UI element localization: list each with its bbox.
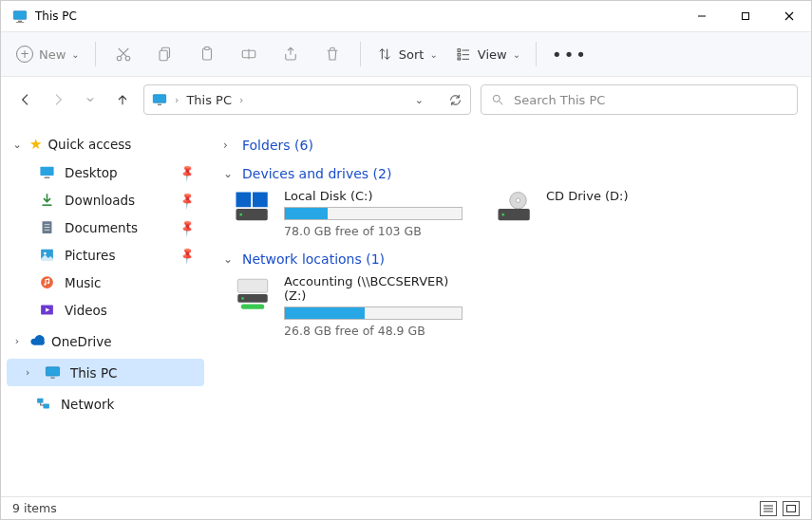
- sidebar-item-onedrive[interactable]: › OneDrive: [7, 327, 204, 355]
- address-bar-row: › This PC › ⌄ Search This PC: [1, 77, 811, 122]
- sort-button[interactable]: Sort ⌄: [370, 38, 444, 70]
- sidebar-item-documents[interactable]: Documents 📌: [7, 214, 204, 241]
- chevron-right-icon: ›: [223, 139, 236, 152]
- drive-item-z[interactable]: Accounting (\\BCCSERVER) (Z:) 26.8 GB fr…: [233, 274, 470, 338]
- chevron-right-icon[interactable]: ›: [175, 94, 179, 106]
- rename-button[interactable]: [231, 38, 267, 70]
- section-folders[interactable]: › Folders (6): [223, 132, 798, 160]
- breadcrumb[interactable]: This PC: [186, 93, 232, 107]
- sidebar-item-pictures[interactable]: Pictures 📌: [7, 241, 204, 269]
- copy-button[interactable]: [147, 38, 183, 70]
- svg-rect-17: [458, 49, 461, 52]
- svg-rect-45: [253, 193, 268, 208]
- drive-item-d[interactable]: CD Drive (D:): [495, 189, 732, 238]
- svg-point-25: [493, 95, 500, 102]
- section-label: Network locations (1): [242, 251, 385, 267]
- svg-rect-19: [458, 53, 461, 56]
- back-button[interactable]: [14, 88, 37, 111]
- svg-rect-0: [13, 11, 26, 20]
- address-bar[interactable]: › This PC › ⌄: [143, 84, 471, 115]
- sidebar-item-label: Network: [61, 397, 114, 412]
- svg-point-49: [516, 198, 519, 202]
- pictures-icon: [39, 247, 55, 263]
- section-network-locations[interactable]: ⌄ Network locations (1): [223, 246, 798, 274]
- search-input[interactable]: Search This PC: [481, 84, 798, 115]
- desktop-icon: [39, 164, 55, 180]
- sidebar-item-desktop[interactable]: Desktop 📌: [7, 158, 204, 186]
- section-label: Folders (6): [242, 138, 313, 153]
- svg-rect-27: [40, 167, 53, 176]
- svg-rect-44: [236, 193, 252, 208]
- cut-button[interactable]: [105, 38, 142, 70]
- up-button[interactable]: [111, 88, 134, 111]
- svg-rect-4: [743, 13, 749, 20]
- separator: [95, 42, 96, 66]
- svg-point-36: [41, 276, 53, 288]
- rename-icon: [240, 46, 257, 63]
- window-controls: [680, 1, 811, 31]
- navigation-pane[interactable]: ⌄ ★ Quick access Desktop 📌 Downloads 📌 D…: [1, 122, 210, 496]
- svg-point-35: [44, 252, 47, 255]
- close-button[interactable]: [767, 1, 811, 31]
- sidebar-item-label: OneDrive: [51, 334, 111, 349]
- svg-point-54: [241, 297, 244, 300]
- svg-rect-21: [458, 58, 461, 60]
- svg-point-51: [501, 214, 504, 216]
- svg-rect-59: [787, 505, 796, 511]
- network-drive-icon: [233, 274, 273, 314]
- usage-bar: [284, 207, 463, 220]
- sidebar-item-downloads[interactable]: Downloads 📌: [7, 186, 204, 214]
- separator: [536, 42, 537, 66]
- section-devices[interactable]: ⌄ Devices and drives (2): [223, 160, 798, 189]
- recent-locations-button[interactable]: [79, 88, 102, 111]
- star-icon: ★: [29, 136, 42, 153]
- new-button[interactable]: + New ⌄: [10, 38, 85, 70]
- status-bar: 9 items: [1, 496, 811, 519]
- separator: [360, 42, 361, 66]
- thispc-icon: [45, 364, 61, 381]
- window-title-area: This PC: [1, 9, 77, 24]
- chevron-down-icon: ⌄: [223, 167, 236, 180]
- scissors-icon: [115, 46, 132, 63]
- sidebar-item-label: Documents: [65, 220, 138, 235]
- pin-icon: 📌: [178, 162, 197, 181]
- delete-button[interactable]: [314, 38, 350, 70]
- sidebar-item-music[interactable]: Music: [7, 269, 204, 296]
- address-dropdown-icon[interactable]: ⌄: [415, 94, 424, 106]
- refresh-icon[interactable]: [448, 93, 463, 107]
- titlebar: This PC: [1, 1, 811, 31]
- svg-line-9: [120, 48, 128, 57]
- sidebar-item-label: Videos: [65, 303, 107, 318]
- svg-rect-1: [18, 21, 22, 22]
- chevron-right-icon[interactable]: ›: [239, 94, 243, 106]
- sidebar-item-quick-access[interactable]: ⌄ ★ Quick access: [7, 130, 204, 158]
- search-icon: [491, 93, 504, 106]
- view-button[interactable]: View ⌄: [449, 38, 526, 70]
- sidebar-item-videos[interactable]: Videos: [7, 296, 204, 324]
- section-label: Devices and drives (2): [242, 166, 391, 181]
- svg-point-38: [47, 282, 49, 284]
- chevron-down-icon: ⌄: [223, 252, 236, 266]
- drive-name: CD Drive (D:): [546, 189, 629, 203]
- sidebar-item-label: Music: [65, 275, 101, 290]
- drive-item-c[interactable]: Local Disk (C:) 78.0 GB free of 103 GB: [233, 189, 470, 238]
- share-button[interactable]: [273, 38, 309, 70]
- thispc-icon: [12, 9, 28, 24]
- svg-rect-12: [160, 50, 167, 61]
- sidebar-item-network[interactable]: Network: [7, 390, 204, 418]
- svg-point-47: [239, 214, 242, 216]
- minimize-button[interactable]: [680, 1, 724, 31]
- sidebar-item-thispc[interactable]: › This PC: [7, 359, 204, 386]
- music-icon: [39, 274, 55, 290]
- sidebar-item-label: Downloads: [65, 193, 135, 208]
- chevron-down-icon: ⌄: [71, 49, 79, 60]
- maximize-button[interactable]: [724, 1, 767, 31]
- large-icons-view-button[interactable]: [783, 501, 800, 516]
- more-button[interactable]: •••: [546, 38, 594, 70]
- search-placeholder: Search This PC: [514, 93, 605, 107]
- details-view-button[interactable]: [760, 501, 777, 516]
- content-pane[interactable]: › Folders (6) ⌄ Devices and drives (2) L…: [210, 122, 811, 496]
- download-icon: [39, 192, 55, 208]
- forward-button[interactable]: [47, 88, 69, 111]
- paste-button[interactable]: [189, 38, 225, 70]
